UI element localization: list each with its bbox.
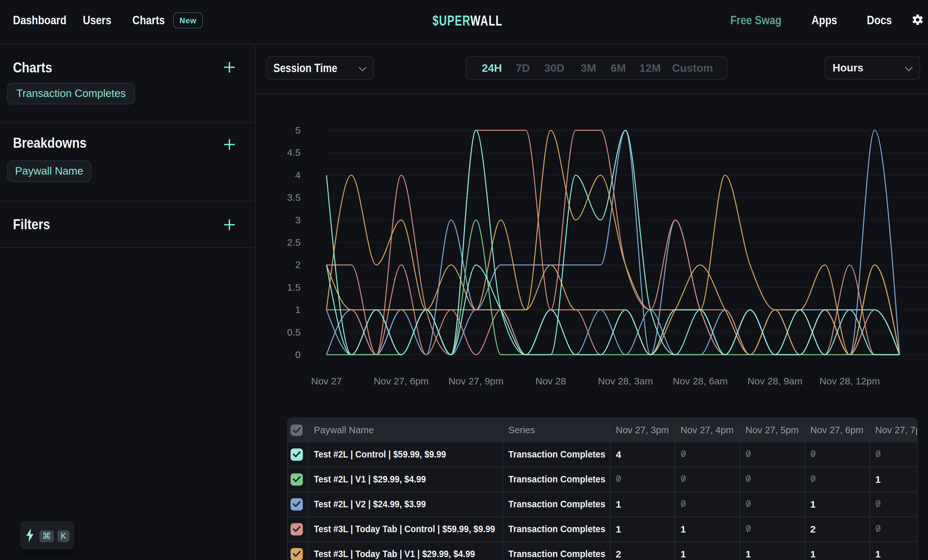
svg-text:Nov 28: Nov 28 — [535, 376, 566, 387]
svg-text:4: 4 — [295, 170, 301, 180]
svg-text:0: 0 — [295, 349, 301, 360]
svg-text:Nov 28, 9am: Nov 28, 9am — [748, 376, 803, 387]
svg-text:2: 2 — [295, 259, 301, 270]
svg-text:Nov 27, 6pm: Nov 27, 6pm — [374, 376, 429, 387]
svg-text:1: 1 — [295, 304, 301, 315]
svg-text:Nov 28, 12pm: Nov 28, 12pm — [820, 376, 880, 387]
svg-text:2.5: 2.5 — [287, 237, 301, 248]
svg-text:Nov 28, 6am: Nov 28, 6am — [673, 376, 728, 387]
svg-text:3.5: 3.5 — [287, 192, 301, 203]
svg-text:5: 5 — [295, 125, 301, 135]
svg-text:Nov 28, 3am: Nov 28, 3am — [598, 376, 653, 387]
svg-text:Nov 27, 9pm: Nov 27, 9pm — [449, 376, 504, 387]
svg-text:3: 3 — [295, 215, 301, 225]
svg-text:1.5: 1.5 — [287, 282, 301, 293]
svg-text:0.5: 0.5 — [287, 327, 301, 338]
svg-text:4.5: 4.5 — [287, 147, 301, 158]
svg-text:Nov 27: Nov 27 — [311, 376, 342, 387]
